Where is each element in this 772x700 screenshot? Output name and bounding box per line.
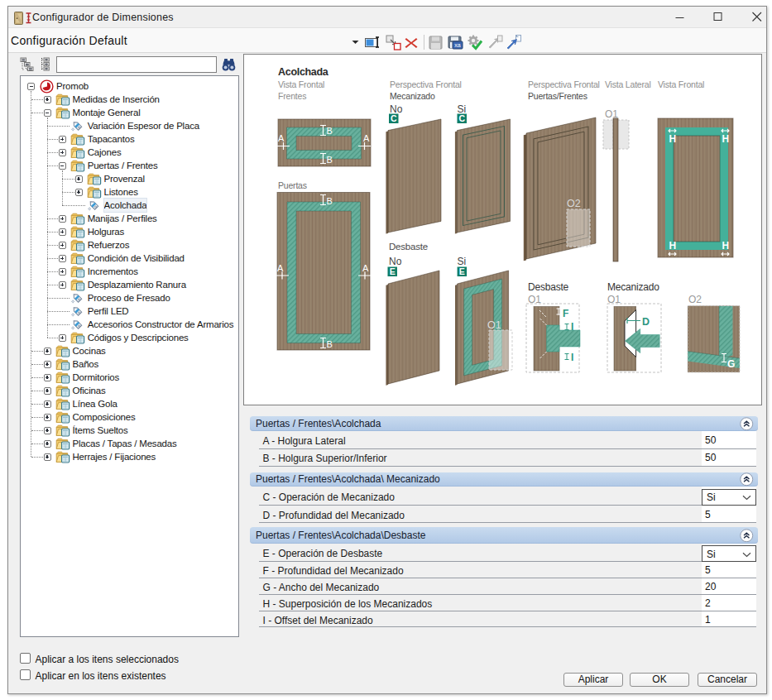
svg-text:Desbaste: Desbaste: [389, 242, 428, 252]
svg-text:Vista Lateral: Vista Lateral: [605, 79, 651, 89]
svg-text:O1: O1: [607, 294, 621, 305]
svg-text:Vista Frontal: Vista Frontal: [278, 79, 324, 89]
svg-text:H: H: [669, 133, 677, 145]
svg-text:Mecanizado: Mecanizado: [390, 91, 435, 101]
svg-text:O2: O2: [688, 294, 702, 305]
svg-text:Puertas/Frentes: Puertas/Frentes: [528, 91, 587, 101]
svg-text:I: I: [571, 352, 573, 363]
svg-text:Desbaste: Desbaste: [528, 281, 569, 293]
svg-text:B: B: [327, 339, 333, 349]
svg-text:H: H: [669, 240, 677, 252]
svg-text:E: E: [459, 266, 465, 276]
svg-text:A: A: [277, 263, 284, 273]
svg-text:D: D: [642, 316, 650, 328]
svg-text:O1: O1: [487, 319, 501, 331]
svg-text:Mecanizado: Mecanizado: [607, 281, 659, 293]
svg-text:H: H: [722, 240, 730, 252]
svg-text:O1: O1: [528, 294, 541, 305]
svg-text:B: B: [327, 196, 333, 206]
svg-text:xa: xa: [454, 42, 461, 48]
svg-text:Si: Si: [458, 256, 467, 267]
svg-text:Puertas: Puertas: [278, 180, 307, 190]
svg-text:Perspectiva Frontal: Perspectiva Frontal: [528, 79, 600, 89]
svg-text:Acolchada: Acolchada: [278, 66, 329, 78]
svg-text:G: G: [727, 358, 735, 370]
svg-text:B: B: [327, 155, 333, 165]
svg-text:E: E: [390, 266, 396, 276]
svg-text:I: I: [571, 321, 573, 333]
svg-text:No: No: [389, 256, 402, 267]
svg-text:B: B: [327, 126, 333, 136]
svg-text:A: A: [362, 263, 369, 273]
svg-text:A: A: [278, 133, 285, 143]
svg-text:C: C: [458, 113, 465, 123]
svg-text:O2: O2: [567, 198, 581, 209]
svg-text:Perspectiva Frontal: Perspectiva Frontal: [390, 79, 462, 89]
svg-text:A: A: [363, 133, 370, 143]
svg-text:F: F: [563, 308, 568, 319]
svg-text:Frentes: Frentes: [278, 91, 306, 101]
svg-text:H: H: [722, 133, 730, 145]
svg-text:C: C: [391, 113, 397, 123]
svg-text:Vista Frontal: Vista Frontal: [658, 79, 704, 89]
